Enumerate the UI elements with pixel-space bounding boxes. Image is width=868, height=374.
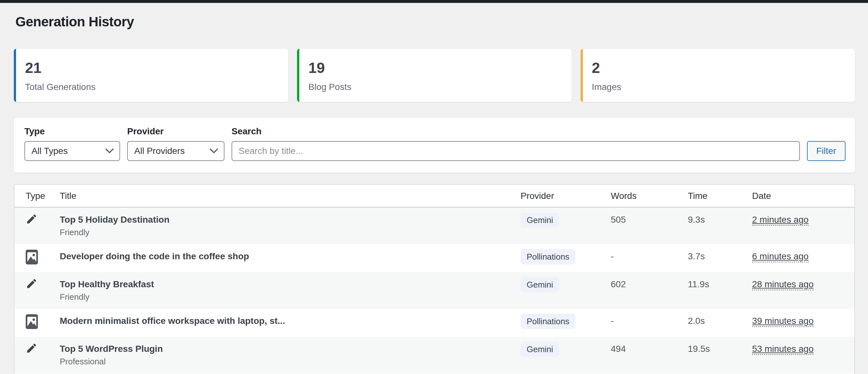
row-date: 53 minutes ago: [752, 344, 813, 355]
row-words-cell: 505: [611, 207, 688, 233]
row-date: 2 minutes ago: [752, 214, 809, 226]
column-header-provider: Provider: [521, 185, 611, 207]
stat-label: Blog Posts: [308, 82, 571, 92]
search-input[interactable]: [231, 141, 800, 161]
type-filter-label: Type: [24, 126, 120, 137]
pencil-icon: [26, 213, 38, 225]
stat-card-blog-posts: 19Blog Posts: [297, 49, 571, 102]
row-date-cell: 28 minutes ago: [752, 272, 848, 297]
provider-filter-group: Provider All Providers: [127, 126, 224, 161]
row-title: Top 5 WordPress Plugin: [60, 344, 521, 354]
row-date-cell: 53 minutes ago: [752, 337, 848, 362]
pencil-icon: [26, 278, 38, 289]
row-date-cell: 39 minutes ago: [752, 309, 848, 334]
row-date: 28 minutes ago: [752, 279, 813, 290]
column-header-date: Date: [752, 185, 848, 207]
row-date: 39 minutes ago: [752, 316, 813, 327]
row-title: Modern minimalist office workspace with …: [60, 316, 521, 326]
provider-badge: Gemini: [521, 277, 559, 292]
table-header-row: TypeTitleProviderWordsTimeDate: [14, 185, 854, 207]
filter-panel: Type All Types Provider All Providers Se…: [14, 118, 855, 173]
column-header-words: Words: [611, 185, 688, 207]
row-date-cell: 2 minutes ago: [752, 207, 848, 233]
stat-card-images: 2Images: [581, 49, 855, 102]
provider-badge: Gemini: [521, 212, 559, 228]
table-row: Top 5 WordPress PluginProfessionalGemini…: [14, 337, 854, 373]
row-tone-label: Professional: [60, 357, 521, 366]
table-row: Top 5 Holiday DestinationFriendlyGemini5…: [14, 207, 854, 244]
row-date: 6 minutes ago: [752, 251, 809, 262]
generations-table: TypeTitleProviderWordsTimeDate Top 5 Hol…: [14, 184, 855, 374]
image-icon: [26, 250, 38, 264]
row-tone-label: Friendly: [60, 293, 521, 301]
row-title-cell: Top 5 WordPress PluginProfessional: [60, 337, 521, 373]
row-words-cell: -: [611, 244, 688, 269]
row-title: Top 5 Holiday Destination: [60, 214, 521, 225]
type-filter-select[interactable]: All Types: [24, 141, 120, 161]
stats-row: 21Total Generations19Blog Posts2Images: [14, 49, 855, 102]
table-row: Developer doing the code in the coffee s…: [14, 244, 854, 272]
stat-label: Images: [592, 82, 855, 92]
row-time-cell: 19.5s: [688, 337, 752, 362]
table-body: Top 5 Holiday DestinationFriendlyGemini5…: [14, 207, 854, 374]
provider-badge: Pollinations: [521, 249, 576, 264]
stat-value: 2: [592, 60, 855, 76]
row-tone-label: Friendly: [60, 228, 521, 236]
row-title-cell: Top Healthy BreakfastFriendly: [60, 272, 521, 309]
type-filter-group: Type All Types: [24, 126, 120, 161]
provider-badge: Gemini: [521, 342, 559, 357]
page-title: Generation History: [16, 14, 855, 30]
row-time-cell: 11.9s: [688, 272, 752, 297]
row-time-cell: 9.3s: [688, 207, 752, 233]
row-provider-cell: Pollinations: [521, 244, 611, 272]
row-title-cell: Top 5 Holiday DestinationFriendly: [60, 207, 521, 244]
row-words-cell: 602: [611, 272, 688, 297]
table-row: Top Healthy BreakfastFriendlyGemini60211…: [14, 272, 854, 309]
generation-history-page: Generation History 21Total Generations19…: [0, 14, 868, 374]
row-type-cell: [26, 309, 60, 330]
pencil-icon: [26, 342, 38, 354]
row-provider-cell: Gemini: [521, 337, 611, 365]
row-words-cell: -: [611, 309, 688, 334]
row-time-cell: 2.0s: [688, 309, 752, 334]
row-words-cell: 494: [611, 337, 688, 362]
column-header-time: Time: [688, 185, 752, 207]
provider-filter-value: All Providers: [134, 146, 185, 156]
row-type-cell: [26, 272, 60, 291]
chevron-down-icon: [210, 148, 218, 153]
row-provider-cell: Gemini: [521, 207, 611, 235]
stat-label: Total Generations: [25, 82, 288, 92]
stat-value: 21: [25, 60, 288, 76]
stat-value: 19: [308, 60, 571, 76]
row-provider-cell: Pollinations: [521, 309, 611, 337]
row-provider-cell: Gemini: [521, 272, 611, 300]
search-filter-group: Search: [231, 126, 800, 161]
row-title: Top Healthy Breakfast: [60, 279, 521, 289]
chevron-down-icon: [105, 148, 114, 153]
type-filter-value: All Types: [31, 146, 68, 156]
column-header-title: Title: [60, 185, 521, 207]
stat-card-total-generations: 21Total Generations: [14, 49, 288, 102]
row-title: Developer doing the code in the coffee s…: [60, 251, 521, 262]
search-filter-label: Search: [231, 126, 800, 137]
row-date-cell: 6 minutes ago: [752, 244, 848, 269]
provider-badge: Pollinations: [521, 314, 576, 329]
column-header-type: Type: [26, 185, 60, 207]
row-title-cell: Developer doing the code in the coffee s…: [60, 244, 521, 269]
provider-filter-select[interactable]: All Providers: [127, 141, 224, 161]
row-type-cell: [26, 337, 60, 355]
row-type-cell: [26, 244, 60, 266]
row-time-cell: 3.7s: [688, 244, 752, 269]
image-icon: [26, 314, 38, 329]
top-bar: [0, 0, 868, 3]
provider-filter-label: Provider: [127, 126, 224, 137]
filter-button[interactable]: Filter: [807, 141, 845, 161]
row-title-cell: Modern minimalist office workspace with …: [60, 309, 521, 334]
row-type-cell: [26, 207, 60, 226]
table-row: Modern minimalist office workspace with …: [14, 309, 854, 337]
